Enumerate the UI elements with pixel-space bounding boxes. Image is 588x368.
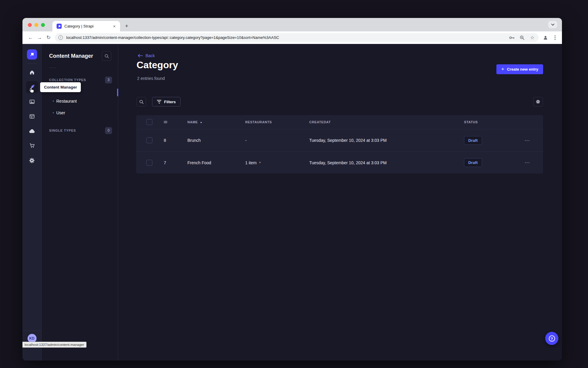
nav-home-button[interactable] xyxy=(26,66,38,78)
column-header-restaurants: RESTAURANTS xyxy=(245,120,309,124)
navbar-divider xyxy=(27,63,37,64)
table-row[interactable]: 7 French Food 1 item ▼ Tuesday, Septembe… xyxy=(136,151,543,174)
browser-reload-icon[interactable]: ↻ xyxy=(44,33,53,42)
help-button[interactable]: ? xyxy=(545,332,558,345)
table-row[interactable]: 8 Brunch - Tuesday, September 10, 2024 a… xyxy=(136,129,543,151)
filter-icon xyxy=(157,100,161,104)
cell-restaurants: - xyxy=(245,138,309,143)
back-link[interactable]: Back xyxy=(138,53,155,58)
browser-tab[interactable]: Category | Strapi × xyxy=(52,21,120,31)
sidebar-item-user[interactable]: User xyxy=(42,107,118,118)
single-types-count-badge: 0 xyxy=(105,127,112,134)
browser-forward-icon[interactable]: → xyxy=(35,33,44,42)
profile-icon[interactable] xyxy=(543,35,548,40)
row-more-button[interactable]: ⋯ xyxy=(525,159,530,166)
page-title: Category xyxy=(137,60,178,71)
create-new-entry-button[interactable]: + Create new entry xyxy=(496,64,543,74)
nav-media-library-button[interactable] xyxy=(26,96,38,108)
zoom-search-icon[interactable] xyxy=(519,35,525,40)
tab-search-button[interactable] xyxy=(548,21,557,28)
tab-close-icon[interactable]: × xyxy=(112,24,117,29)
browser-tabstrip: Category | Strapi × + xyxy=(22,18,562,31)
close-window-button[interactable] xyxy=(28,23,32,27)
view-settings-button[interactable] xyxy=(533,97,543,107)
caret-down-icon: ▼ xyxy=(259,161,261,164)
tab-title: Category | Strapi xyxy=(64,24,112,28)
select-all-checkbox[interactable] xyxy=(146,119,152,125)
media-library-icon xyxy=(29,99,35,105)
single-types-label: SINGLE TYPES xyxy=(49,129,76,132)
browser-window: Category | Strapi × + ← → ↻ i localhost:… xyxy=(22,18,562,361)
collection-types-label: COLLECTION TYPES xyxy=(49,78,86,82)
password-key-icon[interactable] xyxy=(509,35,515,40)
browser-toolbar: ← → ↻ i localhost:1337/admin/content-man… xyxy=(22,31,562,44)
layout-icon xyxy=(29,113,35,119)
cursor-pointer-icon xyxy=(28,87,35,94)
row-checkbox[interactable] xyxy=(146,160,152,166)
sort-asc-icon: ▲ xyxy=(200,121,203,124)
gear-icon xyxy=(536,99,540,104)
search-icon xyxy=(139,100,144,104)
new-tab-button[interactable]: + xyxy=(122,22,131,30)
cell-id: 8 xyxy=(164,138,187,143)
column-header-status: STATUS xyxy=(464,120,525,124)
subnav-search-button[interactable] xyxy=(102,51,111,61)
list-search-button[interactable] xyxy=(137,97,146,107)
cell-name: French Food xyxy=(187,160,245,165)
bullet-icon xyxy=(53,101,54,102)
browser-menu-icon[interactable] xyxy=(552,35,558,40)
cell-name: Brunch xyxy=(187,138,245,143)
nav-content-type-builder-button[interactable] xyxy=(26,110,38,122)
nav-marketplace-button[interactable] xyxy=(26,140,38,152)
cell-createdat: Tuesday, September 10, 2024 at 3:03 PM xyxy=(309,160,464,165)
cloud-icon xyxy=(29,129,35,133)
status-badge: Draft xyxy=(464,136,482,145)
maximize-window-button[interactable] xyxy=(41,23,45,27)
bullet-icon xyxy=(53,112,54,113)
subnav-divider xyxy=(49,68,56,68)
plus-icon: + xyxy=(501,66,504,72)
column-header-createdat: CREATEDAT xyxy=(309,120,464,124)
row-more-button[interactable]: ⋯ xyxy=(525,137,530,144)
arrow-left-icon xyxy=(138,54,143,57)
cart-icon xyxy=(29,143,35,149)
url-bar[interactable]: i localhost:1337/admin/content-manager/c… xyxy=(55,33,539,42)
link-status-tooltip: localhost:1337/admin/content-manager xyxy=(22,342,87,348)
collection-types-count-badge: 3 xyxy=(105,77,112,83)
strapi-logo[interactable] xyxy=(27,49,37,60)
chevron-down-icon xyxy=(551,24,554,26)
minimize-window-button[interactable] xyxy=(34,23,38,27)
traffic-lights xyxy=(28,23,45,27)
url-text[interactable]: localhost:1337/admin/content-manager/col… xyxy=(66,35,504,40)
cell-id: 7 xyxy=(164,160,187,165)
strapi-favicon-icon xyxy=(57,24,62,29)
page-info-icon[interactable]: i xyxy=(58,35,63,40)
help-question-icon: ? xyxy=(549,335,555,342)
subnav-title: Content Manager xyxy=(49,53,93,59)
filters-button[interactable]: Filters xyxy=(152,97,181,107)
column-header-name[interactable]: NAME ▲ xyxy=(187,120,245,124)
status-badge: Draft xyxy=(464,158,482,167)
nav-deploy-button[interactable] xyxy=(26,125,38,137)
strapi-app: KD Content Manager COLLECTION TYPES 3 xyxy=(22,44,562,361)
desktop: Category | Strapi × + ← → ↻ i localhost:… xyxy=(0,0,588,368)
browser-back-icon[interactable]: ← xyxy=(26,33,35,42)
row-checkbox[interactable] xyxy=(146,137,152,143)
nav-settings-button[interactable] xyxy=(26,154,38,166)
cell-restaurants[interactable]: 1 item ▼ xyxy=(245,160,309,165)
cell-createdat: Tuesday, September 10, 2024 at 3:03 PM xyxy=(309,138,464,143)
entries-count: 2 entries found xyxy=(137,76,165,81)
main-content: Back Category 2 entries found + Create n… xyxy=(118,44,562,361)
bookmark-star-icon[interactable]: ☆ xyxy=(530,35,535,40)
sidebar-item-restaurant[interactable]: Restaurant xyxy=(42,95,118,107)
home-icon xyxy=(29,69,35,75)
table-header-row: ID NAME ▲ RESTAURANTS CREATEDAT STATUS xyxy=(136,115,543,129)
entries-table: ID NAME ▲ RESTAURANTS CREATEDAT STATUS 8 xyxy=(136,115,543,174)
column-header-id: ID xyxy=(164,120,187,124)
gear-icon xyxy=(29,157,35,164)
search-icon xyxy=(104,54,109,58)
content-manager-tooltip: Content Manager xyxy=(40,82,81,92)
